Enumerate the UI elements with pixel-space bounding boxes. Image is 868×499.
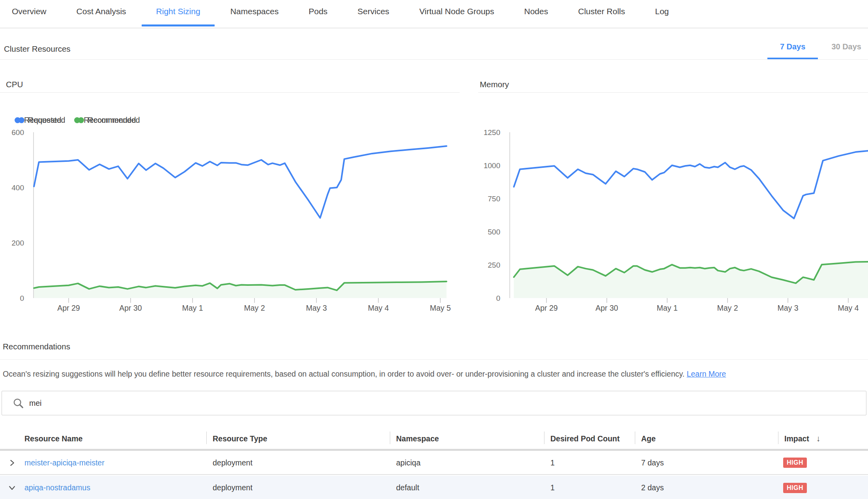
impact-high-badge: HIGH <box>783 483 807 493</box>
legend-requested: Requested <box>15 116 61 125</box>
recommendations-description: Ocean's resizing suggestions will help y… <box>3 368 860 379</box>
impact-header-label: Impact <box>784 434 809 443</box>
resource-search-input[interactable] <box>29 399 779 408</box>
memory-line-chart: 025050075010001250Apr 29Apr 30May 1May 2… <box>478 126 868 315</box>
age-cell: 2 days <box>635 483 778 492</box>
svg-text:0: 0 <box>20 294 24 302</box>
desired-pod-count-cell: 1 <box>544 483 635 492</box>
svg-text:May 1: May 1 <box>182 304 203 312</box>
learn-more-link[interactable]: Learn More <box>687 370 726 378</box>
svg-text:May 3: May 3 <box>777 304 798 312</box>
table-row: meister-apiciqa-meister deployment apici… <box>0 451 868 475</box>
resource-type-cell: deployment <box>206 483 390 492</box>
svg-text:May 5: May 5 <box>430 304 451 312</box>
cpu-panel-divider <box>0 92 460 93</box>
table-row: apiqa-nostradamus deployment default 1 2… <box>0 476 868 499</box>
column-header-desired-pod-count[interactable]: Desired Pod Count <box>544 428 635 449</box>
column-header-resource-name[interactable]: Resource Name <box>24 428 206 449</box>
tab-services[interactable]: Services <box>357 0 389 28</box>
tab-namespaces[interactable]: Namespaces <box>230 0 279 28</box>
sort-descending-icon[interactable]: ↓ <box>816 434 821 443</box>
svg-text:May 4: May 4 <box>368 304 389 312</box>
recommendations-table-header: Resource Name Resource Type Namespace De… <box>0 428 868 451</box>
impact-high-badge: HIGH <box>783 458 807 468</box>
svg-text:400: 400 <box>11 184 24 192</box>
tab-right-sizing[interactable]: Right Sizing <box>156 0 200 28</box>
svg-text:May 3: May 3 <box>306 304 327 312</box>
resource-name-cell: apiqa-nostradamus <box>24 483 206 492</box>
impact-cell: HIGH <box>778 483 868 493</box>
resource-type-cell: deployment <box>206 458 390 467</box>
requested-dot-icon <box>15 117 21 123</box>
recommendations-divider <box>0 359 868 360</box>
search-icon <box>12 397 24 409</box>
recommendations-description-text: Ocean's resizing suggestions will help y… <box>3 370 685 378</box>
time-range-toggle: 7 Days 30 Days <box>780 42 861 51</box>
cluster-resources-divider <box>0 59 868 60</box>
top-tab-bar: Overview Cost Analysis Right Sizing Name… <box>0 0 868 28</box>
tab-virtual-node-groups[interactable]: Virtual Node Groups <box>419 0 494 28</box>
legend-requested-label: Requested <box>24 116 61 125</box>
impact-cell: HIGH <box>778 458 868 468</box>
namespace-cell: apiciqa <box>390 458 544 467</box>
legend-recommended: Recommended <box>74 116 136 125</box>
svg-text:May 2: May 2 <box>717 304 738 312</box>
svg-text:500: 500 <box>488 228 500 236</box>
expand-row-button[interactable] <box>0 460 24 466</box>
tab-cluster-rolls[interactable]: Cluster Rolls <box>578 0 625 28</box>
cpu-chart-title: CPU <box>6 80 23 89</box>
legend-recommended-label: Recommended <box>84 116 136 125</box>
svg-text:750: 750 <box>488 195 500 203</box>
resource-search-box <box>2 391 866 415</box>
tab-overview[interactable]: Overview <box>12 0 47 28</box>
chevron-down-icon <box>9 484 15 491</box>
svg-text:May 1: May 1 <box>657 304 677 312</box>
recommended-dot-icon <box>74 117 80 123</box>
chevron-right-icon <box>9 460 15 466</box>
column-header-age[interactable]: Age <box>635 428 778 449</box>
svg-text:250: 250 <box>488 261 500 269</box>
memory-chart-title: Memory <box>480 80 509 89</box>
cpu-line-chart: 0200400600Apr 29Apr 30May 1May 2May 3May… <box>0 126 460 315</box>
svg-text:Apr 30: Apr 30 <box>119 304 142 312</box>
svg-text:1000: 1000 <box>484 161 500 170</box>
tab-log[interactable]: Log <box>655 0 669 28</box>
memory-panel-divider <box>478 92 868 93</box>
range-7-days[interactable]: 7 Days <box>780 42 806 51</box>
recommendations-title: Recommendations <box>3 342 70 351</box>
svg-text:Apr 29: Apr 29 <box>57 304 80 312</box>
range-30-days[interactable]: 30 Days <box>831 42 861 51</box>
tab-cost-analysis[interactable]: Cost Analysis <box>77 0 126 28</box>
svg-text:May 2: May 2 <box>244 304 265 312</box>
column-header-namespace[interactable]: Namespace <box>390 428 544 449</box>
column-header-resource-type[interactable]: Resource Type <box>206 428 390 449</box>
svg-text:600: 600 <box>11 128 24 137</box>
svg-text:May 4: May 4 <box>838 304 859 312</box>
resource-link[interactable]: apiqa-nostradamus <box>24 483 90 492</box>
svg-text:1250: 1250 <box>484 128 500 137</box>
tab-nodes[interactable]: Nodes <box>524 0 548 28</box>
age-cell: 7 days <box>635 458 778 467</box>
right-sizing-page: Overview Cost Analysis Right Sizing Name… <box>0 0 868 499</box>
column-header-impact[interactable]: Impact ↓ <box>778 428 868 449</box>
svg-text:0: 0 <box>496 294 500 302</box>
namespace-cell: default <box>390 483 544 492</box>
svg-text:200: 200 <box>11 239 24 247</box>
tab-pods[interactable]: Pods <box>309 0 327 28</box>
svg-text:Apr 29: Apr 29 <box>535 304 557 312</box>
cluster-resources-title: Cluster Resources <box>4 44 71 54</box>
resource-name-cell: meister-apiciqa-meister <box>24 458 206 467</box>
desired-pod-count-cell: 1 <box>544 458 635 467</box>
header-spacer <box>0 428 24 449</box>
svg-text:Apr 30: Apr 30 <box>595 304 618 312</box>
collapse-row-button[interactable] <box>0 484 24 491</box>
memory-chart-legend: Requested Recommended <box>15 116 136 125</box>
resource-link[interactable]: meister-apiciqa-meister <box>24 458 105 467</box>
